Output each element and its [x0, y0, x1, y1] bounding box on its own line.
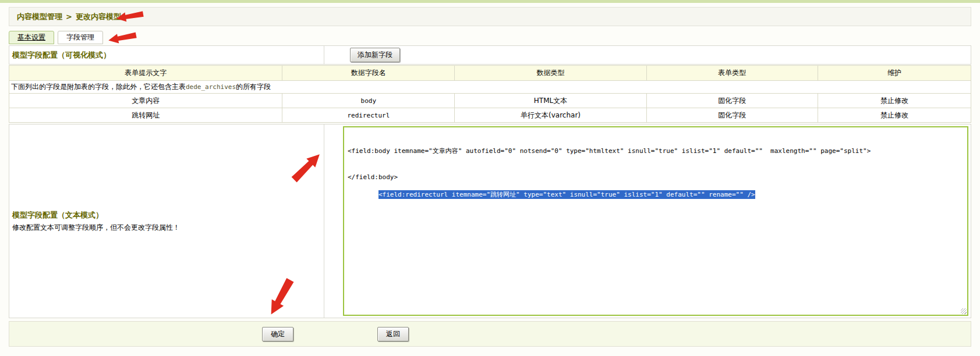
cell-datatype: 单行文本(varchar): [455, 108, 646, 123]
table-row: 跳转网址 redirecturl 单行文本(varchar) 固化字段 禁止修改: [9, 108, 971, 123]
text-mode-editor-cell: <field:body itemname="文章内容" autofield="0…: [324, 124, 971, 318]
code-line-body-close: </field:body>: [348, 173, 964, 181]
fields-table-note: 下面列出的字段是附加表的字段，除此外，它还包含主表dede_archives的所…: [9, 81, 971, 94]
cell-field: redirecturl: [282, 108, 455, 123]
cell-field: body: [282, 94, 455, 108]
visual-mode-title-cell: 模型字段配置（可视化模式）: [9, 46, 324, 64]
tab-bar: 基本设置字段管理: [9, 31, 107, 44]
breadcrumb-current: 更改内容模型:: [76, 12, 124, 21]
ok-button[interactable]: 确定: [262, 327, 293, 341]
code-line-body-open: <field:body itemname="文章内容" autofield="0…: [348, 147, 964, 155]
breadcrumb: 内容模型管理>更改内容模型:: [9, 7, 971, 26]
cell-formtype: 固化字段: [646, 108, 818, 123]
cell-datatype: HTML文本: [455, 94, 646, 108]
top-accent-bar: [0, 0, 980, 3]
col-header-datatype: 数据类型: [455, 66, 646, 81]
note-suffix: 的所有字段: [236, 83, 271, 91]
text-mode-title: 模型字段配置（文本模式）: [12, 210, 324, 220]
cell-maintain: 禁止修改: [818, 94, 971, 108]
col-header-formtype: 表单类型: [646, 66, 818, 81]
breadcrumb-section: 内容模型管理: [17, 12, 62, 21]
cell-prompt: 跳转网址: [9, 108, 282, 123]
text-mode-label-cell: 模型字段配置（文本模式） 修改配置文本可调整字段顺序，但不会更改字段属性！: [9, 124, 324, 318]
back-button[interactable]: 返回: [377, 327, 409, 341]
content-model-page: 内容模型管理>更改内容模型: 基本设置字段管理 模型字段配置（可视化模式） 添加…: [0, 0, 980, 356]
cell-formtype: 固化字段: [646, 94, 818, 108]
col-header-prompt: 表单提示文字: [9, 66, 282, 81]
visual-mode-action-cell: 添加新字段: [324, 46, 971, 64]
breadcrumb-separator-icon: >: [66, 12, 72, 21]
note-main-table-name: dede_archives: [186, 83, 236, 91]
fields-table-note-row: 下面列出的字段是附加表的字段，除此外，它还包含主表dede_archives的所…: [9, 81, 971, 94]
table-row: 文章内容 body HTML文本 固化字段 禁止修改: [9, 94, 971, 108]
code-line-redirecturl-selected: <field:redirecturl itemname="跳转网址" type=…: [378, 190, 755, 199]
action-bar: [9, 321, 971, 347]
add-field-button[interactable]: 添加新字段: [350, 48, 400, 62]
col-header-maintain: 维护: [818, 66, 971, 81]
fields-table-header-row: 表单提示文字 数据字段名 数据类型 表单类型 维护: [9, 66, 971, 81]
tab-basic-settings[interactable]: 基本设置: [9, 31, 54, 44]
visual-mode-header-row: 模型字段配置（可视化模式） 添加新字段: [9, 45, 971, 65]
fields-table: 表单提示文字 数据字段名 数据类型 表单类型 维护 下面列出的字段是附加表的字段…: [9, 65, 971, 123]
text-mode-section: 模型字段配置（文本模式） 修改配置文本可调整字段顺序，但不会更改字段属性！ <f…: [9, 124, 971, 318]
tab-field-management[interactable]: 字段管理: [58, 31, 103, 44]
resize-grip-icon[interactable]: [961, 308, 967, 314]
note-prefix: 下面列出的字段是附加表的字段，除此外，它还包含主表: [11, 83, 186, 91]
visual-mode-title: 模型字段配置（可视化模式）: [12, 50, 111, 60]
field-config-textarea[interactable]: <field:body itemname="文章内容" autofield="0…: [343, 126, 968, 316]
cell-maintain: 禁止修改: [818, 108, 971, 123]
red-arrow-annotation-tab-icon: [107, 29, 137, 47]
col-header-field: 数据字段名: [282, 66, 455, 81]
cell-prompt: 文章内容: [9, 94, 282, 108]
text-mode-subtitle: 修改配置文本可调整字段顺序，但不会更改字段属性！: [12, 223, 324, 233]
